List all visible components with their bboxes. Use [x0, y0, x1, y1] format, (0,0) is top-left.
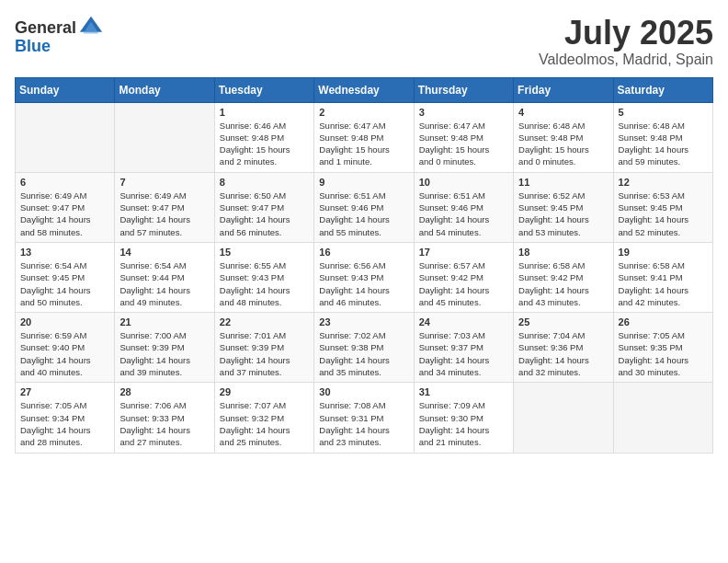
calendar-day-header: Wednesday	[314, 77, 414, 102]
calendar-week-row: 6Sunrise: 6:49 AM Sunset: 9:47 PM Daylig…	[16, 172, 713, 242]
day-number: 11	[518, 177, 608, 188]
calendar-cell: 2Sunrise: 6:47 AM Sunset: 9:48 PM Daylig…	[314, 102, 414, 172]
day-number: 22	[220, 316, 309, 327]
calendar-cell: 13Sunrise: 6:54 AM Sunset: 9:45 PM Dayli…	[16, 242, 115, 312]
day-number: 7	[119, 177, 209, 188]
calendar-cell	[514, 383, 613, 453]
calendar-cell: 29Sunrise: 7:07 AM Sunset: 9:32 PM Dayli…	[214, 383, 313, 453]
day-info: Sunrise: 6:54 AM Sunset: 9:45 PM Dayligh…	[20, 259, 109, 308]
calendar-cell: 5Sunrise: 6:48 AM Sunset: 9:48 PM Daylig…	[613, 102, 712, 172]
calendar-cell: 20Sunrise: 6:59 AM Sunset: 9:40 PM Dayli…	[16, 313, 115, 383]
day-number: 17	[419, 247, 508, 258]
calendar-cell	[115, 102, 214, 172]
day-info: Sunrise: 7:08 AM Sunset: 9:31 PM Dayligh…	[319, 399, 408, 448]
day-number: 31	[419, 386, 508, 397]
day-number: 3	[419, 107, 508, 118]
calendar-cell: 15Sunrise: 6:55 AM Sunset: 9:43 PM Dayli…	[214, 242, 313, 312]
day-number: 23	[319, 316, 408, 327]
logo-icon	[78, 15, 104, 40]
day-info: Sunrise: 7:06 AM Sunset: 9:33 PM Dayligh…	[119, 399, 209, 448]
day-number: 10	[419, 177, 508, 188]
calendar-cell: 4Sunrise: 6:48 AM Sunset: 9:48 PM Daylig…	[514, 102, 613, 172]
title-block: July 2025 Valdeolmos, Madrid, Spain	[539, 15, 713, 68]
calendar-cell: 14Sunrise: 6:54 AM Sunset: 9:44 PM Dayli…	[115, 242, 214, 312]
day-info: Sunrise: 6:49 AM Sunset: 9:47 PM Dayligh…	[20, 190, 109, 238]
day-info: Sunrise: 7:09 AM Sunset: 9:30 PM Dayligh…	[419, 399, 508, 448]
calendar-cell: 25Sunrise: 7:04 AM Sunset: 9:36 PM Dayli…	[514, 313, 613, 383]
day-info: Sunrise: 7:00 AM Sunset: 9:39 PM Dayligh…	[119, 329, 209, 378]
day-number: 27	[20, 386, 109, 397]
calendar-week-row: 27Sunrise: 7:05 AM Sunset: 9:34 PM Dayli…	[16, 383, 713, 453]
day-number: 4	[518, 107, 608, 118]
day-info: Sunrise: 6:51 AM Sunset: 9:46 PM Dayligh…	[319, 190, 408, 238]
calendar-cell: 6Sunrise: 6:49 AM Sunset: 9:47 PM Daylig…	[16, 172, 115, 242]
calendar-cell: 11Sunrise: 6:52 AM Sunset: 9:45 PM Dayli…	[514, 172, 613, 242]
day-info: Sunrise: 6:58 AM Sunset: 9:41 PM Dayligh…	[619, 259, 708, 308]
calendar-cell: 27Sunrise: 7:05 AM Sunset: 9:34 PM Dayli…	[16, 383, 115, 453]
day-number: 30	[319, 386, 408, 397]
logo-text-general: General	[15, 18, 76, 38]
calendar-cell: 19Sunrise: 6:58 AM Sunset: 9:41 PM Dayli…	[613, 242, 712, 312]
day-info: Sunrise: 6:50 AM Sunset: 9:47 PM Dayligh…	[220, 190, 309, 238]
logo-text-blue: Blue	[15, 37, 51, 56]
day-number: 26	[619, 316, 708, 327]
day-number: 21	[119, 316, 209, 327]
day-number: 6	[20, 177, 109, 188]
calendar-cell: 10Sunrise: 6:51 AM Sunset: 9:46 PM Dayli…	[414, 172, 513, 242]
calendar-day-header: Sunday	[16, 77, 115, 102]
day-number: 19	[619, 247, 708, 258]
day-number: 24	[419, 316, 508, 327]
day-info: Sunrise: 6:48 AM Sunset: 9:48 PM Dayligh…	[518, 120, 608, 168]
calendar-cell	[16, 102, 115, 172]
day-info: Sunrise: 6:48 AM Sunset: 9:48 PM Dayligh…	[619, 120, 708, 168]
day-info: Sunrise: 6:54 AM Sunset: 9:44 PM Dayligh…	[119, 259, 209, 308]
calendar-cell: 16Sunrise: 6:56 AM Sunset: 9:43 PM Dayli…	[314, 242, 414, 312]
page-header: General Blue July 2025 Valdeolmos, Madri…	[15, 15, 713, 68]
day-info: Sunrise: 7:07 AM Sunset: 9:32 PM Dayligh…	[220, 399, 309, 448]
day-info: Sunrise: 6:59 AM Sunset: 9:40 PM Dayligh…	[20, 329, 109, 378]
calendar-cell: 31Sunrise: 7:09 AM Sunset: 9:30 PM Dayli…	[414, 383, 513, 453]
calendar-cell: 3Sunrise: 6:47 AM Sunset: 9:48 PM Daylig…	[414, 102, 513, 172]
day-info: Sunrise: 7:05 AM Sunset: 9:34 PM Dayligh…	[20, 399, 109, 448]
logo: General Blue	[15, 15, 104, 56]
calendar-cell: 7Sunrise: 6:49 AM Sunset: 9:47 PM Daylig…	[115, 172, 214, 242]
calendar-cell: 24Sunrise: 7:03 AM Sunset: 9:37 PM Dayli…	[414, 313, 513, 383]
calendar-cell: 8Sunrise: 6:50 AM Sunset: 9:47 PM Daylig…	[214, 172, 313, 242]
calendar-cell: 1Sunrise: 6:46 AM Sunset: 9:48 PM Daylig…	[214, 102, 313, 172]
calendar-cell	[613, 383, 712, 453]
day-number: 2	[319, 107, 408, 118]
day-number: 15	[220, 247, 309, 258]
calendar-week-row: 13Sunrise: 6:54 AM Sunset: 9:45 PM Dayli…	[16, 242, 713, 312]
calendar-day-header: Thursday	[414, 77, 513, 102]
day-info: Sunrise: 6:47 AM Sunset: 9:48 PM Dayligh…	[319, 120, 408, 168]
day-number: 28	[119, 386, 209, 397]
day-number: 8	[220, 177, 309, 188]
month-year-title: July 2025	[539, 15, 713, 52]
day-number: 1	[220, 107, 309, 118]
calendar-cell: 28Sunrise: 7:06 AM Sunset: 9:33 PM Dayli…	[115, 383, 214, 453]
day-number: 18	[518, 247, 608, 258]
calendar-cell: 12Sunrise: 6:53 AM Sunset: 9:45 PM Dayli…	[613, 172, 712, 242]
calendar-table: SundayMondayTuesdayWednesdayThursdayFrid…	[15, 77, 713, 454]
day-info: Sunrise: 6:53 AM Sunset: 9:45 PM Dayligh…	[619, 190, 708, 238]
day-info: Sunrise: 7:04 AM Sunset: 9:36 PM Dayligh…	[518, 329, 608, 378]
calendar-week-row: 20Sunrise: 6:59 AM Sunset: 9:40 PM Dayli…	[16, 313, 713, 383]
day-number: 29	[220, 386, 309, 397]
calendar-day-header: Tuesday	[214, 77, 313, 102]
day-number: 20	[20, 316, 109, 327]
day-info: Sunrise: 6:58 AM Sunset: 9:42 PM Dayligh…	[518, 259, 608, 308]
day-info: Sunrise: 6:51 AM Sunset: 9:46 PM Dayligh…	[419, 190, 508, 238]
calendar-week-row: 1Sunrise: 6:46 AM Sunset: 9:48 PM Daylig…	[16, 102, 713, 172]
calendar-day-header: Friday	[514, 77, 613, 102]
day-number: 9	[319, 177, 408, 188]
calendar-cell: 17Sunrise: 6:57 AM Sunset: 9:42 PM Dayli…	[414, 242, 513, 312]
day-number: 5	[619, 107, 708, 118]
calendar-cell: 30Sunrise: 7:08 AM Sunset: 9:31 PM Dayli…	[314, 383, 414, 453]
day-number: 13	[20, 247, 109, 258]
day-info: Sunrise: 6:46 AM Sunset: 9:48 PM Dayligh…	[220, 120, 309, 168]
calendar-cell: 23Sunrise: 7:02 AM Sunset: 9:38 PM Dayli…	[314, 313, 414, 383]
day-info: Sunrise: 6:52 AM Sunset: 9:45 PM Dayligh…	[518, 190, 608, 238]
calendar-cell: 18Sunrise: 6:58 AM Sunset: 9:42 PM Dayli…	[514, 242, 613, 312]
day-info: Sunrise: 6:55 AM Sunset: 9:43 PM Dayligh…	[220, 259, 309, 308]
calendar-cell: 22Sunrise: 7:01 AM Sunset: 9:39 PM Dayli…	[214, 313, 313, 383]
